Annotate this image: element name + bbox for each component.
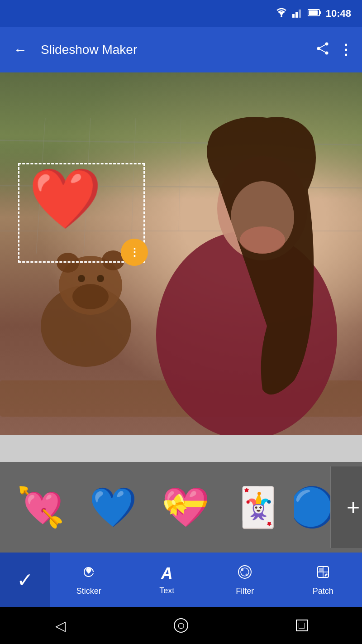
sticker-item-blue-heart[interactable]: 💙 bbox=[77, 466, 149, 548]
gray-separator bbox=[0, 435, 362, 462]
svg-point-32 bbox=[240, 226, 285, 254]
svg-rect-40 bbox=[319, 568, 323, 572]
filter-tool-label: Filter bbox=[236, 586, 254, 596]
svg-point-26 bbox=[72, 284, 109, 309]
svg-point-1 bbox=[281, 15, 282, 17]
patch-tool-label: Patch bbox=[313, 586, 333, 596]
sticker-item-heart-ribbon[interactable]: 💝 bbox=[149, 466, 222, 548]
battery-icon bbox=[308, 9, 321, 19]
share-button[interactable] bbox=[316, 42, 329, 58]
sticker-item-heart-arrow[interactable]: 💘 bbox=[5, 466, 77, 548]
svg-point-33 bbox=[238, 566, 251, 578]
nav-home-button[interactable]: ○ bbox=[167, 612, 195, 639]
app-bar-actions: ⋮ bbox=[316, 41, 353, 58]
svg-point-36 bbox=[246, 573, 248, 576]
nav-recents-button[interactable]: □ bbox=[288, 612, 315, 639]
sticker-picker: 💘 💙 💝 🃏 🔵 + bbox=[0, 462, 362, 553]
nav-back-button[interactable]: ◁ bbox=[47, 612, 74, 639]
sticker-tool-button[interactable]: Sticker bbox=[50, 553, 128, 607]
plus-icon: + bbox=[347, 494, 360, 520]
status-time: 10:48 bbox=[326, 8, 351, 19]
nav-recents-icon: □ bbox=[296, 620, 308, 631]
svg-marker-0 bbox=[279, 12, 284, 16]
svg-point-28 bbox=[97, 275, 104, 282]
status-bar: 10:48 bbox=[0, 0, 362, 27]
svg-rect-4 bbox=[299, 10, 301, 18]
patch-tool-icon bbox=[315, 564, 331, 584]
nav-back-icon: ◁ bbox=[55, 618, 66, 634]
photo-area: ❤️ ⋮ bbox=[0, 72, 362, 435]
more-options-button[interactable]: ⋮ bbox=[338, 41, 353, 58]
svg-line-11 bbox=[319, 44, 327, 48]
text-tool-button[interactable]: A Text bbox=[128, 553, 206, 607]
sticker-selection-box[interactable]: ❤️ ⋮ bbox=[18, 163, 145, 263]
sticker-tool-label: Sticker bbox=[76, 586, 101, 596]
heart-sticker: ❤️ bbox=[29, 169, 102, 228]
bottom-toolbar: ✓ Sticker A Text bbox=[0, 553, 362, 607]
signal-icon bbox=[292, 8, 303, 20]
status-icons: 10:48 bbox=[275, 8, 351, 20]
patch-tool-button[interactable]: Patch bbox=[284, 553, 362, 607]
add-sticker-button[interactable]: + bbox=[330, 466, 362, 548]
filter-tool-button[interactable]: Filter bbox=[206, 553, 284, 607]
svg-rect-2 bbox=[292, 14, 295, 18]
dots-icon: ⋮ bbox=[129, 246, 140, 259]
svg-rect-7 bbox=[319, 11, 321, 14]
svg-rect-3 bbox=[295, 12, 298, 18]
filter-tool-icon bbox=[237, 564, 253, 584]
nav-bar: ◁ ○ □ bbox=[0, 607, 362, 644]
svg-point-27 bbox=[78, 275, 85, 282]
person-silhouette bbox=[145, 109, 348, 435]
confirm-button[interactable]: ✓ bbox=[0, 553, 50, 607]
sticker-context-menu-button[interactable]: ⋮ bbox=[121, 239, 148, 266]
app-bar: ← Slideshow Maker ⋮ bbox=[0, 27, 362, 72]
toolbar-items: Sticker A Text Filter bbox=[50, 553, 362, 607]
wifi-icon bbox=[275, 8, 288, 20]
text-tool-icon: A bbox=[161, 564, 173, 583]
text-tool-label: Text bbox=[159, 586, 174, 596]
sticker-tool-icon bbox=[81, 564, 97, 584]
back-button[interactable]: ← bbox=[9, 42, 32, 58]
svg-rect-6 bbox=[309, 10, 318, 15]
nav-home-icon: ○ bbox=[174, 618, 188, 633]
sticker-item-partial[interactable]: 🔵 bbox=[294, 466, 330, 548]
app-title: Slideshow Maker bbox=[41, 43, 307, 57]
sticker-item-joker[interactable]: 🃏 bbox=[222, 466, 294, 548]
svg-line-12 bbox=[319, 48, 327, 53]
check-icon: ✓ bbox=[17, 568, 33, 591]
svg-point-35 bbox=[241, 568, 243, 571]
